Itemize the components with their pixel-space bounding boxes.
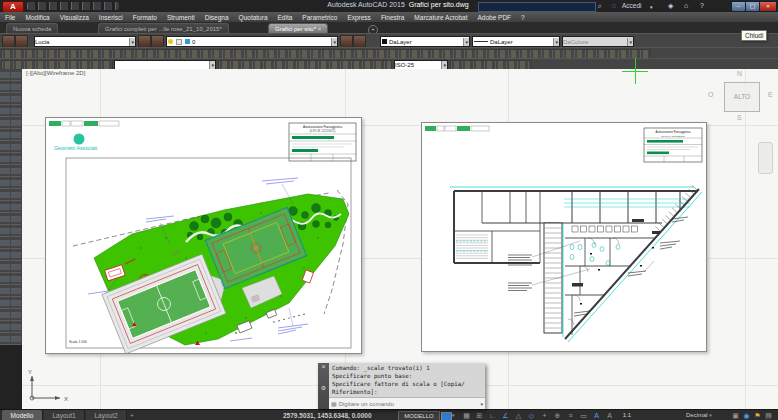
hardware-accel-icon[interactable]: ◉ <box>741 410 752 420</box>
chevron-down-icon[interactable]: ▾ <box>452 410 455 420</box>
annotation-visibility-icon[interactable]: A <box>590 410 603 420</box>
a360-icon[interactable]: ◈ <box>668 1 673 11</box>
wrench-icon[interactable]: ⚙ <box>321 384 326 391</box>
menu-parametrico[interactable]: Parametrico <box>297 14 342 21</box>
chevron-down-icon[interactable]: ▾ <box>553 38 559 46</box>
chevron-down-icon[interactable]: ▾ <box>709 412 712 418</box>
tab-modello[interactable]: Modello <box>2 410 43 420</box>
viewcube[interactable]: N O E S ALTO <box>706 56 776 136</box>
menu-inserisci[interactable]: Inserisci <box>94 14 128 21</box>
otrack-icon[interactable]: + <box>538 410 551 420</box>
signin-dropdown-icon[interactable]: ▾ <box>650 2 653 12</box>
compass-north[interactable]: N <box>737 70 742 77</box>
title-bar: A Autodesk AutoCAD 2015 Grafici per sito… <box>0 0 778 12</box>
menu-express[interactable]: Express <box>342 14 375 21</box>
snap-icon[interactable]: ⊞ <box>473 410 486 420</box>
menu-modifica[interactable]: Modifica <box>20 14 54 21</box>
menu-marcature-acrobat[interactable]: Marcature Acrobat <box>409 14 472 21</box>
autoscale-icon[interactable]: A <box>603 410 616 420</box>
viewcube-top-face[interactable]: ALTO <box>724 82 760 112</box>
text-blobs <box>580 247 654 305</box>
layer-freeze-icon[interactable] <box>176 39 182 45</box>
units-value: Decimal <box>686 412 708 418</box>
bathroom-fixtures <box>570 243 620 266</box>
tab-layout1[interactable]: Layout1 <box>44 410 85 420</box>
draw-toolbar-icons[interactable] <box>0 69 10 345</box>
menu-adobe-pdf[interactable]: Adobe PDF <box>472 14 516 21</box>
autocad-window: A Autodesk AutoCAD 2015 Grafici per sito… <box>0 0 778 420</box>
help-search-box[interactable] <box>478 2 596 12</box>
tab-layout2[interactable]: Layout2 <box>86 410 127 420</box>
viewport-controls[interactable]: [-][Alto][Wireframe 2D] <box>26 70 85 76</box>
menu-help[interactable]: ? <box>516 14 530 21</box>
menu-quotatura[interactable]: Quotatura <box>234 14 273 21</box>
menu-strumenti[interactable]: Strumenti <box>162 14 200 21</box>
layer-combo[interactable]: 0 ▾ <box>166 36 338 47</box>
geometri-logo-text: Geometri Associati <box>54 145 97 151</box>
command-window[interactable]: × ⚙ Comando: _scale trovato(i) 1 Specifi… <box>318 363 485 409</box>
compass-east[interactable]: E <box>768 91 773 98</box>
isolate-icon[interactable]: ▣ <box>730 410 741 420</box>
polar-icon[interactable]: ∠ <box>499 410 512 420</box>
command-history[interactable]: Comando: _scale trovato(i) 1 Specificare… <box>329 363 485 397</box>
menu-finestra[interactable]: Finestra <box>376 14 409 21</box>
units-dropdown[interactable]: Decimal ▾ <box>686 410 712 420</box>
diagonal-cyan <box>568 192 702 342</box>
menu-visualizza[interactable]: Visualizza <box>55 14 94 21</box>
chevron-down-icon[interactable]: ▾ <box>331 38 337 46</box>
layer-lock-icon[interactable] <box>185 39 190 44</box>
ucs-y-label: Y <box>28 369 32 375</box>
close-button[interactable]: × <box>759 1 777 12</box>
ortho-icon[interactable]: ∟ <box>486 410 499 420</box>
chevron-down-icon[interactable]: ▾ <box>441 61 447 69</box>
site-plan-sheet[interactable]: Autorizzazione Paesaggistica (D.P.C.M. 1… <box>45 117 362 354</box>
exchange-apps-icon[interactable]: ⌂ <box>684 1 688 11</box>
add-layout-icon[interactable]: + <box>130 410 134 420</box>
command-grip[interactable]: × ⚙ <box>318 363 329 409</box>
close-icon[interactable]: × <box>321 363 325 370</box>
floor-plan-sheet[interactable]: Autorizzazione Paesaggistica (D.P.C.M. 1… <box>421 122 707 352</box>
modify-toolbar-icons[interactable] <box>11 69 21 345</box>
cleanscreen-icon[interactable]: ▤ <box>763 410 774 420</box>
layer-on-icon[interactable] <box>168 39 173 44</box>
command-input[interactable]: ▦ Digitare un comando ▾ <box>329 397 485 409</box>
dynamic-ucs-icon[interactable]: ⊕ <box>551 410 564 420</box>
maximize-button[interactable]: ▢ <box>745 1 760 12</box>
dyn-input-icon[interactable]: ≡ <box>564 410 577 420</box>
help-icon[interactable]: ? <box>700 1 704 11</box>
chevron-down-icon[interactable]: ▾ <box>480 401 483 407</box>
infer-icon[interactable]: ▦ <box>460 410 473 420</box>
geometri-logo-icon <box>74 134 85 145</box>
tray-flag-icon[interactable]: ⚑ <box>752 410 763 420</box>
model-space-button[interactable]: MODELLO <box>398 411 440 420</box>
tab-close-icon[interactable]: × <box>318 26 322 32</box>
plotstyle-combo: DaColore ▾ <box>562 36 634 47</box>
osnap-icon[interactable]: ◇ <box>525 410 538 420</box>
titleblock-sub: (D.P.C.M. 12/12/2015) <box>661 135 685 138</box>
compass-south[interactable]: S <box>737 114 742 121</box>
workspace-combo[interactable]: Lucia▾ <box>34 36 136 47</box>
menu-bar: File Modifica Visualizza Inserisci Forma… <box>0 12 778 22</box>
chevron-down-icon[interactable]: ▾ <box>129 38 135 46</box>
quick-access-toolbar[interactable] <box>27 2 119 10</box>
app-title: Autodesk AutoCAD 2015 <box>327 1 404 8</box>
menu-formato[interactable]: Formato <box>128 14 162 21</box>
color-combo[interactable]: DaLayer ▾ <box>380 36 470 47</box>
chevron-down-icon[interactable]: ▾ <box>463 38 469 46</box>
menu-disegna[interactable]: Disegna <box>200 14 234 21</box>
menu-file[interactable]: File <box>0 14 20 21</box>
annotation-scale-button[interactable]: 1:1 <box>616 410 638 420</box>
quick-view-swatch[interactable] <box>441 412 452 420</box>
signin-button[interactable]: Accedi <box>622 1 642 11</box>
search-icon[interactable]: ⌕ <box>598 1 602 11</box>
minimize-button[interactable]: – <box>731 1 746 12</box>
menu-edita[interactable]: Edita <box>273 14 298 21</box>
lineweight-icon[interactable]: ▭ <box>577 410 590 420</box>
dimstyle-value: ISO-25 <box>395 62 414 68</box>
chevron-down-icon[interactable]: ▾ <box>209 61 215 69</box>
isodraft-icon[interactable]: △ <box>512 410 525 420</box>
navigation-bar[interactable] <box>758 142 773 174</box>
linetype-combo[interactable]: DaLayer ▾ <box>472 36 560 47</box>
compass-west[interactable]: O <box>708 91 713 98</box>
ucs-x-label: X <box>64 396 68 402</box>
